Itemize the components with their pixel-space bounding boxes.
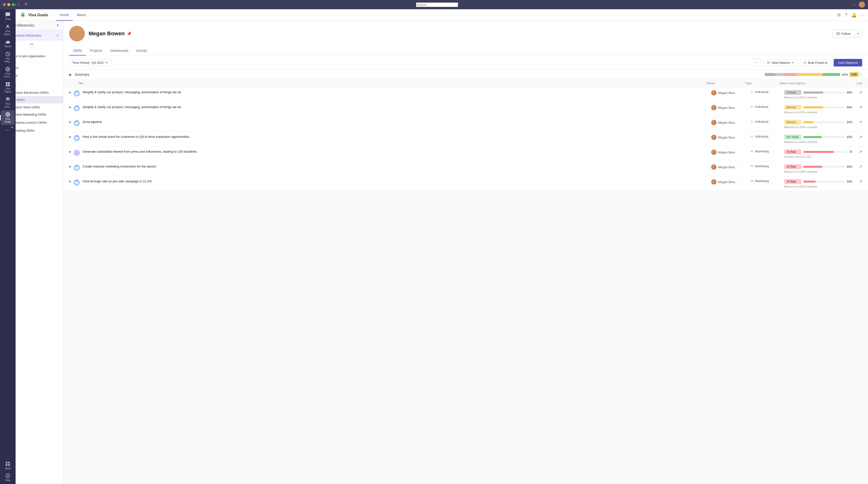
progress-sub-text: Measure as 100% complete: [784, 96, 852, 99]
sidebar-item-help[interactable]: ? Help: [1, 472, 14, 484]
sidebar-item-viva-topics[interactable]: Viva Topics: [1, 80, 14, 95]
sidebar-item-engage-label: Viva Enga...: [2, 30, 13, 36]
table-row[interactable]: ▶ Create massive marketing momentum for …: [63, 161, 868, 176]
top-nav-actions: ⟳ ? 🔔 ···: [837, 12, 864, 18]
bulk-checkin-button[interactable]: Bulk Check-in: [800, 59, 831, 66]
row-goal-icon: [73, 135, 80, 141]
svg-rect-13: [6, 462, 7, 463]
back-button[interactable]: ‹: [14, 2, 16, 7]
bar-segment-2: [775, 73, 784, 76]
tab-about[interactable]: About: [73, 9, 90, 21]
sidebar-item-chat[interactable]: Chat: [1, 10, 14, 22]
individual-type-icon: [750, 105, 753, 108]
row-expand-icon[interactable]: ▶: [69, 180, 71, 183]
svg-rect-1: [6, 42, 7, 43]
svg-point-48: [75, 122, 79, 125]
okr-toolbar: Time Period: Q4 2022 ··· View Options Bu…: [63, 56, 868, 70]
profile-header: Megan Bowen 📌 Follow OKRs Projects: [63, 21, 868, 56]
sidebar-item-insights-label: Viva Insig...: [2, 57, 13, 63]
profile-tab-dashboards[interactable]: Dashboards: [106, 46, 132, 56]
row-action-icon[interactable]: ↗: [859, 179, 862, 184]
row-action-icon[interactable]: ↗: [859, 150, 862, 154]
svg-point-56: [751, 150, 752, 151]
table-row[interactable]: ▶ Simplify & clarify our product, messag…: [63, 87, 868, 102]
type-label: Individual: [755, 120, 768, 123]
svg-rect-2: [7, 41, 8, 43]
forward-button[interactable]: ›: [18, 2, 19, 7]
row-expand-icon[interactable]: ▶: [69, 165, 71, 168]
sidebar-item-viva-connections[interactable]: Viva Conn...: [1, 65, 14, 79]
row-goal-icon: [73, 105, 80, 112]
summary-info-icon[interactable]: ⓘ: [859, 72, 862, 77]
profile-name: Megan Bowen 📌: [89, 30, 828, 37]
table-row[interactable]: ▶ Simplify & clarify our product, messag…: [63, 102, 868, 117]
search-input[interactable]: [416, 2, 458, 7]
row-owner: Megan Bow...: [711, 179, 750, 185]
refresh-icon[interactable]: ⟳: [837, 12, 841, 18]
row-expand-icon[interactable]: ▶: [69, 135, 71, 138]
progress-fill: [803, 121, 813, 123]
row-action: ↗: [852, 164, 862, 169]
sidebar-item-viva-insights[interactable]: Viva Insig...: [1, 50, 14, 65]
sidebar-item-apps[interactable]: Apps: [1, 460, 14, 471]
maximize-dot[interactable]: [12, 3, 14, 6]
check-icon: ✓: [56, 33, 59, 37]
table-row[interactable]: ▶ Generate substantial interest from pre…: [63, 147, 868, 161]
status-block: At Risk 70 Increase from 0 to 150: [784, 150, 852, 158]
titlebar-more-button[interactable]: ···: [852, 2, 856, 7]
owner-avatar: [711, 179, 716, 185]
follow-dropdown-button[interactable]: [855, 30, 862, 37]
status-badge: Closed: [784, 90, 801, 95]
sidebar-item-more-options[interactable]: ···: [1, 125, 14, 134]
row-expand-icon[interactable]: ▶: [69, 150, 71, 153]
status-block: Behind 48% Measure as 100% complete: [784, 105, 852, 114]
status-badge: At Risk: [784, 179, 801, 184]
chat-icon: [5, 12, 10, 17]
toolbar-more-button[interactable]: ···: [752, 59, 761, 66]
row-action-icon[interactable]: ↗: [859, 164, 862, 169]
nav-more-icon[interactable]: ···: [861, 12, 864, 18]
sidebar-item-viva-goals[interactable]: Viva Goals: [1, 110, 14, 125]
view-options-button[interactable]: View Options: [764, 59, 797, 66]
row-action-icon[interactable]: ↗: [859, 120, 862, 124]
user-avatar[interactable]: [859, 1, 865, 8]
table-row[interactable]: ▶ Grow pipeline Megan Bow... Individual …: [63, 117, 868, 132]
minimize-dot[interactable]: [7, 3, 10, 6]
progress-fill: [803, 166, 822, 168]
row-title: Grow pipeline: [83, 120, 711, 124]
owner-name: Megan Bow...: [718, 121, 737, 124]
follow-button[interactable]: Follow: [832, 30, 855, 38]
bulk-checkin-label: Bulk Check-in: [808, 61, 828, 65]
svg-rect-3: [8, 41, 10, 43]
time-period-button[interactable]: Time Period: Q4 2022: [69, 59, 111, 66]
close-dot[interactable]: [3, 3, 6, 6]
col-header-type: Type: [745, 82, 779, 85]
sidebar-item-viva-learning[interactable]: Viva Lear...: [1, 95, 14, 110]
add-objective-button[interactable]: Add Objective: [834, 59, 862, 66]
row-expand-icon[interactable]: ▶: [69, 91, 71, 94]
summary-expand-icon[interactable]: ▶: [69, 72, 72, 76]
table-row[interactable]: ▶ Host a live virtual event for customer…: [63, 132, 868, 147]
sidebar-item-viva-engage[interactable]: Viva Enga...: [1, 23, 14, 37]
status-badge: On Track: [784, 135, 801, 139]
svg-point-45: [75, 107, 79, 110]
time-period-chevron-icon: [105, 61, 108, 64]
sidebar-item-teams[interactable]: Teams: [1, 38, 14, 50]
profile-tab-projects[interactable]: Projects: [86, 46, 106, 56]
row-action-icon[interactable]: ↗: [859, 105, 862, 109]
table-row[interactable]: ▶ Click through rate on pre-sale campaig…: [63, 176, 868, 191]
row-expand-icon[interactable]: ▶: [69, 105, 71, 109]
bell-icon[interactable]: 🔔: [851, 12, 857, 18]
help-nav-icon[interactable]: ?: [845, 12, 847, 18]
row-expand-icon[interactable]: ▶: [69, 120, 71, 124]
row-action-icon[interactable]: ↗: [859, 135, 862, 139]
profile-tab-activity[interactable]: Activity: [132, 46, 151, 56]
tab-home[interactable]: Home: [56, 9, 73, 21]
profile-tab-okrs[interactable]: OKRs: [69, 46, 86, 56]
row-status: At Risk 30% Measure as 100% complete: [784, 179, 852, 188]
team-type-icon: [750, 180, 753, 183]
time-period-value: Q4 2022: [92, 61, 104, 65]
row-status: On Track 45% Measure as 100% complete: [784, 135, 852, 143]
individual-type-icon: [750, 135, 753, 138]
row-action-icon[interactable]: ↗: [859, 90, 862, 95]
